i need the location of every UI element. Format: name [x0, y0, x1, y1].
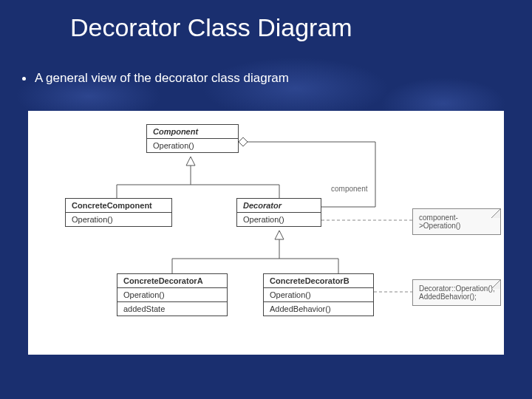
uml-note-component-operation: component->Operation() — [412, 208, 501, 235]
uml-class-operation: Operation() — [117, 288, 227, 302]
uml-class-extra: AddedBehavior() — [264, 302, 373, 316]
note-text: component->Operation() — [419, 214, 460, 230]
uml-diagram: Component Operation() ConcreteComponent … — [28, 111, 504, 355]
uml-note-added-behavior: Decorator::Operation(); AddedBehavior(); — [412, 279, 501, 306]
note-text-line1: Decorator::Operation(); — [419, 284, 495, 293]
bullet-text: A general view of the decorator class di… — [35, 71, 289, 86]
uml-class-concrete-decorator-b: ConcreteDecoratorB Operation() AddedBeha… — [263, 273, 374, 316]
svg-marker-7 — [275, 231, 284, 239]
note-text-line2: AddedBehavior(); — [419, 293, 477, 301]
uml-class-state: addedState — [117, 302, 227, 316]
uml-class-name: ConcreteComponent — [66, 199, 171, 213]
uml-class-operation: Operation() — [237, 213, 321, 226]
bullet-icon — [22, 77, 26, 81]
uml-class-name: Decorator — [237, 199, 321, 213]
svg-marker-1 — [186, 157, 195, 166]
uml-class-concrete-component: ConcreteComponent Operation() — [65, 198, 172, 227]
uml-role-label: component — [331, 185, 367, 193]
uml-class-operation: Operation() — [147, 139, 238, 152]
uml-class-operation: Operation() — [66, 213, 171, 226]
uml-class-operation: Operation() — [264, 288, 373, 302]
uml-class-decorator: Decorator Operation() — [236, 198, 321, 227]
uml-class-name: ConcreteDecoratorB — [264, 274, 373, 288]
uml-class-name: ConcreteDecoratorA — [117, 274, 227, 288]
uml-class-component: Component Operation() — [146, 124, 239, 153]
uml-class-concrete-decorator-a: ConcreteDecoratorA Operation() addedStat… — [117, 273, 228, 316]
page-title: Decorator Class Diagram — [70, 13, 352, 42]
bullet-row: A general view of the decorator class di… — [22, 71, 289, 86]
uml-class-name: Component — [147, 125, 238, 139]
